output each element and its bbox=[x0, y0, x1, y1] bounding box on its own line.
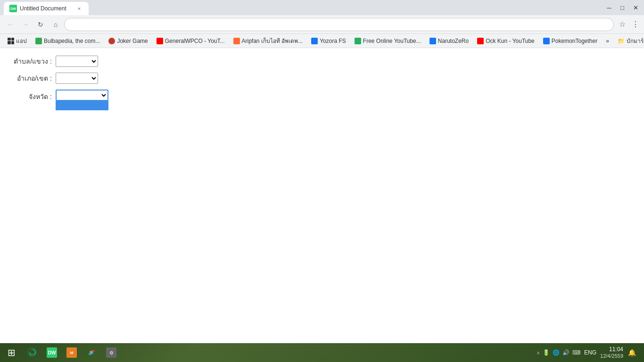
clock-date: 12/4/2559 bbox=[600, 353, 623, 359]
edge-icon bbox=[27, 347, 37, 358]
tambon-label: ตำบล/แขวง : bbox=[9, 56, 52, 66]
bookmark-ock[interactable]: Ock Kun - YouTube bbox=[473, 35, 538, 47]
amphoe-label: อำเภอ/เขต : bbox=[9, 73, 52, 83]
bookmark-generalwpco[interactable]: GeneralWPCO - YouT... bbox=[153, 35, 229, 47]
tab-title: Untitled Document bbox=[20, 5, 73, 12]
tambon-select[interactable] bbox=[56, 56, 98, 67]
dropdown-open-overlay bbox=[56, 101, 108, 110]
browser-menu-button[interactable]: ⋮ bbox=[631, 20, 640, 29]
back-button[interactable]: ← bbox=[4, 18, 17, 31]
amphoe-row: อำเภอ/เขต : bbox=[9, 73, 635, 84]
tab-bar: DW Untitled Document × bbox=[4, 0, 599, 15]
tray-icon-keyboard[interactable]: ⌨ bbox=[572, 349, 580, 356]
close-button[interactable]: ✕ bbox=[631, 3, 640, 12]
taskbar-appx[interactable]: ⚙ bbox=[102, 344, 121, 361]
taskbar-right: ∧ 🔋 🌐 🔊 ⌨ ENG 11:04 12/4/2559 🔔 bbox=[537, 346, 642, 359]
bookmark-generalwpco-favicon bbox=[157, 38, 163, 44]
start-button[interactable]: ⊞ bbox=[2, 344, 21, 361]
taskbar-dw[interactable]: DW bbox=[42, 344, 61, 361]
bookmark-aripfan[interactable]: Aripfan เก็บไอที อัพเดพ... bbox=[230, 35, 307, 47]
bookmark-bulbapedia-label: Bulbapedia, the com... bbox=[44, 38, 100, 44]
tray-icon-3[interactable]: 🔊 bbox=[562, 349, 570, 356]
clock-time: 11:04 bbox=[609, 346, 623, 353]
province-row: จังหวัด : bbox=[9, 90, 635, 102]
home-button[interactable]: ⌂ bbox=[49, 18, 62, 31]
province-dropdown-container bbox=[56, 90, 108, 101]
notification-icon: 🔔 bbox=[628, 349, 636, 356]
taskbar: ⊞ DW M bbox=[0, 343, 644, 362]
bookmark-apps-label: แอป bbox=[16, 36, 27, 45]
svg-point-3 bbox=[91, 352, 92, 354]
bookmark-narutoz[interactable]: NarutoZeRo bbox=[426, 35, 472, 47]
tab-favicon: DW bbox=[9, 5, 17, 12]
address-bar[interactable]: localhost/test-web/test.php bbox=[64, 18, 614, 31]
bookmark-yozora-favicon bbox=[311, 38, 318, 44]
bookmark-narutoz-favicon bbox=[429, 38, 436, 44]
bookmark-ock-favicon bbox=[477, 38, 484, 44]
bookmark-generalwpco-label: GeneralWPCO - YouT... bbox=[165, 38, 225, 44]
bookmark-aripfan-label: Aripfan เก็บไอที อัพเดพ... bbox=[242, 36, 303, 45]
bookmark-aripfan-favicon bbox=[233, 38, 240, 44]
minimize-button[interactable]: ─ bbox=[604, 3, 614, 12]
bookmarks-bar: แอป Bulbapedia, the com... Joker Game Ge… bbox=[0, 34, 644, 48]
bookmark-folder-label: บักมาร์กอื่น... bbox=[627, 36, 644, 45]
bookmark-apps[interactable]: แอป bbox=[4, 35, 31, 47]
bookmark-star-button[interactable]: ☆ bbox=[616, 18, 629, 31]
chrome-icon bbox=[86, 347, 97, 358]
bookmark-yozora-label: Yozora FS bbox=[320, 38, 346, 44]
start-icon: ⊞ bbox=[8, 347, 16, 358]
taskbar-edge[interactable] bbox=[23, 344, 41, 361]
bookmark-folder[interactable]: 📁 บักมาร์กอื่น... bbox=[614, 35, 644, 47]
bookmark-bulbapedia[interactable]: Bulbapedia, the com... bbox=[32, 35, 104, 47]
bookmark-pokemon-favicon bbox=[543, 38, 550, 44]
bookmark-joker-favicon bbox=[108, 38, 115, 44]
province-select[interactable] bbox=[56, 90, 108, 101]
taskbar-mamp[interactable]: M bbox=[62, 344, 81, 361]
bookmark-bulbapedia-favicon bbox=[35, 38, 42, 44]
bookmark-joker-label: Joker Game bbox=[117, 38, 148, 44]
bookmark-freeonline-label: Free Online YouTube... bbox=[363, 38, 421, 44]
bookmark-joker[interactable]: Joker Game bbox=[105, 35, 151, 47]
bookmark-narutoz-label: NarutoZeRo bbox=[438, 38, 469, 44]
browser-window: DW Untitled Document × ─ □ ✕ ← → ↻ ⌂ loc… bbox=[0, 0, 644, 362]
title-bar: DW Untitled Document × ─ □ ✕ bbox=[0, 0, 644, 15]
navigation-bar: ← → ↻ ⌂ localhost/test-web/test.php ☆ ⋮ bbox=[0, 15, 644, 34]
apps-grid-icon bbox=[8, 38, 14, 44]
tray-expand-button[interactable]: ∧ bbox=[537, 350, 540, 355]
forward-button[interactable]: → bbox=[19, 18, 32, 31]
more-bookmarks-button[interactable]: » bbox=[603, 35, 612, 47]
tray-icon-1[interactable]: 🔋 bbox=[543, 349, 550, 356]
bookmark-ock-label: Ock Kun - YouTube bbox=[486, 38, 535, 44]
maximize-button[interactable]: □ bbox=[618, 3, 627, 12]
taskbar-apps: DW M ⚙ bbox=[23, 344, 121, 361]
mamp-icon: M bbox=[66, 347, 77, 358]
bookmark-yozora[interactable]: Yozora FS bbox=[307, 35, 350, 47]
tray-icon-2[interactable]: 🌐 bbox=[553, 349, 560, 356]
window-controls: ─ □ ✕ bbox=[599, 3, 640, 12]
taskbar-chrome[interactable] bbox=[82, 344, 101, 361]
province-label: จังหวัด : bbox=[9, 91, 52, 102]
dw-icon: DW bbox=[47, 347, 57, 358]
bookmark-freeonline[interactable]: Free Online YouTube... bbox=[351, 35, 425, 47]
bookmark-freeonline-favicon bbox=[355, 38, 361, 44]
bookmark-pokemon-label: PokemonTogether bbox=[552, 38, 597, 44]
tab-close-button[interactable]: × bbox=[75, 5, 83, 12]
notification-button[interactable]: 🔔 bbox=[625, 346, 638, 359]
system-tray: ∧ 🔋 🌐 🔊 ⌨ bbox=[537, 349, 580, 356]
language-indicator[interactable]: ENG bbox=[582, 348, 598, 357]
appx-icon: ⚙ bbox=[106, 347, 116, 358]
bookmark-pokemon[interactable]: PokemonTogether bbox=[539, 35, 601, 47]
amphoe-select[interactable] bbox=[56, 73, 98, 84]
active-tab[interactable]: DW Untitled Document × bbox=[4, 2, 89, 15]
clock-area[interactable]: 11:04 12/4/2559 bbox=[600, 346, 623, 359]
tambon-row: ตำบล/แขวง : bbox=[9, 56, 635, 67]
url-input[interactable]: localhost/test-web/test.php bbox=[70, 21, 608, 28]
reload-button[interactable]: ↻ bbox=[34, 18, 47, 31]
page-content: ตำบล/แขวง : อำเภอ/เขต : จังหวัด : bbox=[0, 48, 644, 343]
